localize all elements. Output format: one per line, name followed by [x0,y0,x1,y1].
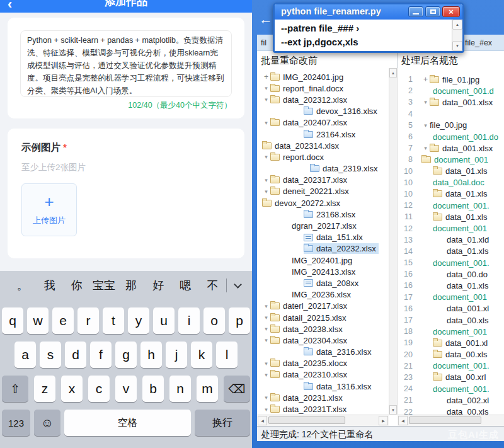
letter-key-q[interactable]: q [2,307,23,334]
description-textarea[interactable]: Python + scikit-learn + pandas + matplot… [20,30,232,97]
suggestion-item[interactable]: 那 [118,278,145,293]
letter-key-y[interactable]: y [128,307,149,334]
tree-row[interactable]: IMG_202401.jpg [257,255,389,266]
letter-key-l[interactable]: l [216,342,238,368]
letter-key-o[interactable]: o [203,307,225,334]
collapse-arrow-icon[interactable]: ▾ [262,314,270,321]
tree-row[interactable]: 23168.xlsx [257,209,389,220]
list-row[interactable]: 24document_001. [398,383,504,394]
tree-row[interactable]: IMG_202413.xlsx [257,266,389,277]
maximize-button[interactable] [425,6,440,17]
list-row[interactable]: 12document_001 [398,222,504,234]
scroll-down-icon[interactable]: ▼ [452,41,462,51]
tree-row[interactable]: ▾data_20231T.xlsx [257,403,389,415]
list-row[interactable]: 2document_001.d [398,85,504,96]
expand-plus-icon[interactable]: + [421,75,430,84]
letter-key-h[interactable]: h [140,342,162,368]
list-row[interactable]: 11data_01.xls [398,211,504,222]
backspace-key-icon[interactable]: ⌫ [224,376,250,402]
list-row[interactable]: 20data_00.xls [398,349,504,360]
dialog-scrollbar[interactable]: ▲ ▼ [452,20,462,51]
list-row[interactable]: 17data_00.xls [398,314,504,326]
letter-key-x[interactable]: x [61,376,83,402]
collapse-arrow-icon[interactable]: ▾ [262,360,270,367]
tree-row[interactable]: ▾data_202304.xlsx [257,335,389,346]
list-row[interactable]: 16data_00.do [398,268,504,280]
letter-key-b[interactable]: b [142,376,164,402]
scroll-thumb[interactable] [268,416,345,424]
numbers-key[interactable]: 123 [2,410,30,436]
list-row[interactable]: 4 [398,108,504,120]
list-row[interactable]: 12document_001. [398,200,504,211]
before-horizontal-scrollbar[interactable]: ◀ ▶ [257,415,389,426]
list-row[interactable]: 10data_00al.doc [398,177,504,188]
collapse-arrow-icon[interactable]: ▾ [262,303,270,309]
list-row[interactable]: 10data_01.xls [398,166,504,177]
list-row[interactable]: 10data_01.xls [398,188,504,200]
letter-key-d[interactable]: d [65,342,86,368]
list-row[interactable]: 1+file_01.jpg [398,74,504,85]
collapse-arrow-icon[interactable]: ▾ [421,122,430,129]
list-row[interactable]: 17document_001 [398,292,504,303]
scroll-up-icon[interactable]: ▲ [389,68,397,78]
collapse-arrow-icon[interactable]: ▾ [421,145,430,151]
suggestion-item[interactable]: 我 [36,278,63,293]
collapse-arrow-icon[interactable]: ▾ [262,120,270,126]
letter-key-a[interactable]: a [14,342,36,368]
collapse-arrow-icon[interactable]: ▾ [262,394,270,401]
minimize-button[interactable] [408,6,423,17]
collapse-candidates-button[interactable] [227,284,248,287]
tree-row[interactable]: data_2319.xlsx [257,163,389,175]
list-row[interactable]: 22data_00.xls [398,406,504,415]
return-key[interactable]: 换行 [195,410,250,436]
list-row[interactable]: 3▾data_001.xlsx [398,96,504,108]
vertical-scrollbar[interactable]: ▲ ▼ [389,68,398,415]
letter-key-e[interactable]: e [52,307,74,334]
scroll-thumb[interactable] [409,416,481,424]
list-row[interactable]: 14data_01.xls [398,246,504,257]
list-row[interactable]: 21document_001. [398,360,504,372]
list-row[interactable]: 8document_001 [398,154,504,165]
tree-row[interactable]: ▾data_202310.xlsx [257,369,389,381]
suggestion-item[interactable]: 宝宝 [90,278,117,293]
scroll-up-icon[interactable]: ▲ [452,20,462,30]
list-row[interactable]: 5▾file_00.jpg [398,120,504,131]
letter-key-i[interactable]: i [178,307,200,334]
close-button[interactable]: × [442,6,460,17]
tree-row[interactable]: 23164.xlsx [257,129,389,140]
list-row[interactable]: 23data_00.xrl [398,372,504,383]
letter-key-w[interactable]: w [27,307,49,334]
collapse-arrow-icon[interactable]: ▾ [421,99,430,105]
letter-key-k[interactable]: k [191,342,212,368]
tree-row[interactable]: data_2316.xlsx [257,347,389,358]
after-horizontal-scrollbar[interactable]: ◀ [398,415,504,426]
scroll-right-icon[interactable]: ▶ [379,416,388,425]
list-row[interactable]: 16data_01.xls [398,280,504,291]
list-row[interactable]: 15document_001. [398,257,504,268]
tree-row[interactable]: data_20232.xlsx [257,243,389,255]
list-row[interactable]: 13data_01.xld [398,234,504,246]
collapse-arrow-icon[interactable]: ▾ [262,177,270,183]
tree-row[interactable]: ▾data_20231.xlsx [257,392,389,403]
list-row[interactable]: 19data_001.xl [398,337,504,348]
tree-row[interactable]: ▾report_final.docx [257,83,389,94]
suggestion-item[interactable]: 。 [9,278,36,293]
tree-row[interactable]: ▾data_20235.xlocx [257,358,389,369]
tree-row[interactable]: +IMG_202401.jpg [257,71,389,83]
emoji-key-icon[interactable]: ☺ [34,410,60,436]
collapse-arrow-icon[interactable]: ▾ [262,406,270,413]
letter-key-t[interactable]: t [103,307,124,334]
list-row[interactable]: 21data_002.xl [398,394,504,406]
list-row[interactable]: 18document_001 [398,326,504,337]
tree-row[interactable]: ▾deneit_20221.xlsx [257,186,389,197]
tree-row[interactable]: data_208xx [257,277,389,289]
suggestion-item[interactable]: 好 [145,278,172,293]
list-row[interactable]: 16data_001.xl [398,303,504,314]
letter-key-v[interactable]: v [115,376,137,402]
suggestion-item[interactable]: 不 [199,278,226,293]
collapse-arrow-icon[interactable]: ▾ [262,188,270,195]
collapse-arrow-icon[interactable]: ▾ [262,85,270,91]
letter-key-n[interactable]: n [169,376,191,402]
collapse-arrow-icon[interactable]: ▾ [262,337,270,343]
tree-row[interactable]: data_202314.xlsx [257,140,389,151]
